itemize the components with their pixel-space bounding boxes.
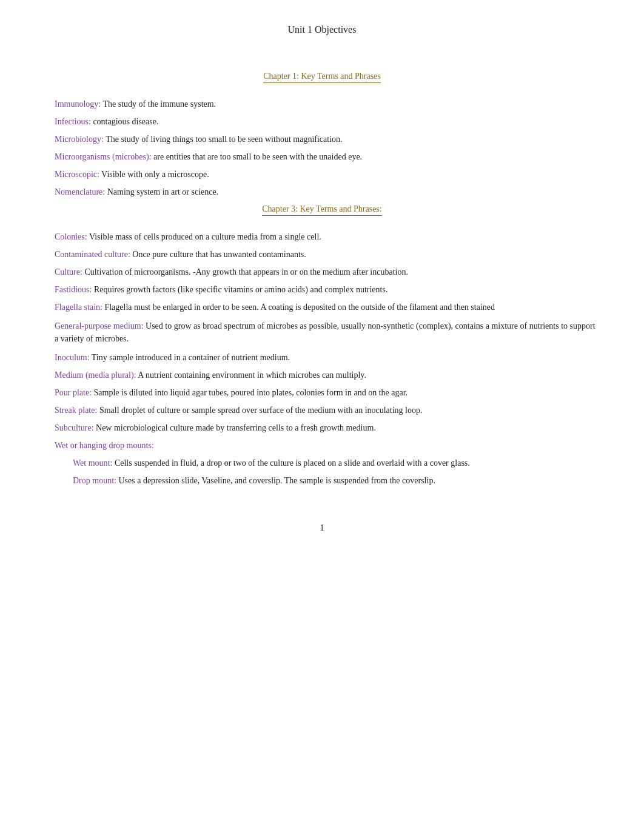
- term-microbiology: Microbiology: The study of living things…: [49, 133, 595, 146]
- term-label-streak-plate: Streak plate:: [55, 406, 97, 415]
- chapter3-terms: Colonies: Visible mass of cells produced…: [49, 230, 595, 487]
- term-microscopic: Microscopic: Visible with only a microsc…: [49, 168, 595, 181]
- term-immunology: Immunology: The study of the immune syst…: [49, 98, 595, 110]
- term-fastidious: Fastidious: Requires growth factors (lik…: [49, 283, 595, 296]
- term-label-fastidious: Fastidious:: [55, 285, 92, 294]
- term-subculture: Subculture: New microbiological culture …: [49, 421, 595, 434]
- term-label-subculture: Subculture:: [55, 423, 94, 432]
- chapter1-heading-text: Chapter 1: Key Terms and Phrases: [263, 72, 381, 83]
- term-def-wet-mount: Cells suspended in fluid, a drop or two …: [112, 458, 469, 468]
- term-label-microscopic: Microscopic:: [55, 170, 99, 179]
- term-drop-mount: Drop mount: Uses a depression slide, Vas…: [49, 474, 595, 487]
- term-medium: Medium (media plural): A nutrient contai…: [49, 369, 595, 381]
- term-infectious: Infectious: contagious disease.: [49, 115, 595, 128]
- term-culture: Culture: Cultivation of microorganisms. …: [49, 266, 595, 278]
- term-label-immunology: Immunology:: [55, 99, 101, 109]
- term-def-subculture: New microbiological culture made by tran…: [94, 423, 376, 432]
- term-def-colonies: Visible mass of cells produced on a cult…: [87, 232, 321, 241]
- term-label-drop-mount: Drop mount:: [73, 476, 116, 485]
- term-wet-mount: Wet mount: Cells suspended in fluid, a d…: [49, 457, 595, 469]
- term-label-colonies: Colonies:: [55, 232, 87, 241]
- term-microorganisms: Microorganisms (microbes): are entities …: [49, 150, 595, 163]
- term-nomenclature: Nomenclature: Naming system in art or sc…: [49, 186, 595, 198]
- term-def-immunology: The study of the immune system.: [101, 99, 216, 109]
- term-def-flagella: Flagella must be enlarged in order to be…: [102, 303, 495, 312]
- term-flagella-stain: Flagella stain: Flagella must be enlarge…: [49, 301, 595, 314]
- term-def-microorganisms: are entities that are too small to be se…: [152, 152, 363, 161]
- term-general-purpose: General-purpose medium: Used to grow as …: [49, 320, 595, 345]
- term-label-infectious: Infectious:: [55, 117, 91, 126]
- chapter1-terms: Immunology: The study of the immune syst…: [49, 98, 595, 198]
- term-label-microbiology: Microbiology:: [55, 135, 104, 144]
- term-def-infectious: contagious disease.: [91, 117, 159, 126]
- chapter3-heading: Chapter 3: Key Terms and Phrases:: [49, 204, 595, 216]
- term-def-inoculum: Tiny sample introduced in a container of…: [90, 353, 290, 362]
- chapter1-heading: Chapter 1: Key Terms and Phrases: [49, 72, 595, 83]
- term-def-drop-mount: Uses a depression slide, Vaseline, and c…: [116, 476, 435, 485]
- page-number: 1: [49, 523, 595, 533]
- term-label-pour-plate: Pour plate:: [55, 388, 92, 397]
- term-wet-hanging-parent: Wet or hanging drop mounts:: [49, 439, 595, 452]
- term-inoculum: Inoculum: Tiny sample introduced in a co…: [49, 351, 595, 364]
- term-label-nomenclature: Nomenclature:: [55, 187, 105, 196]
- term-pour-plate: Pour plate: Sample is diluted into liqui…: [49, 386, 595, 399]
- page-title: Unit 1 Objectives: [49, 24, 595, 35]
- term-label-inoculum: Inoculum:: [55, 353, 90, 362]
- term-label-medium: Medium (media plural):: [55, 371, 136, 380]
- term-label-flagella: Flagella stain:: [55, 303, 102, 312]
- term-label-wet-mount: Wet mount:: [73, 458, 112, 468]
- term-colonies: Colonies: Visible mass of cells produced…: [49, 230, 595, 243]
- term-streak-plate: Streak plate: Small droplet of culture o…: [49, 404, 595, 417]
- term-def-fastidious: Requires growth factors (like specific v…: [92, 285, 387, 294]
- term-def-microbiology: The study of living things too small to …: [104, 135, 343, 144]
- term-def-medium: A nutrient containing environment in whi…: [136, 371, 366, 380]
- term-def-pour-plate: Sample is diluted into liquid agar tubes…: [92, 388, 408, 397]
- term-label-contaminated: Contaminated culture:: [55, 250, 130, 259]
- term-label-microorganisms: Microorganisms (microbes):: [55, 152, 152, 161]
- term-def-streak-plate: Small droplet of culture or sample sprea…: [97, 406, 422, 415]
- term-def-nomenclature: Naming system in art or science.: [105, 187, 218, 196]
- term-def-microscopic: Visible with only a microscope.: [99, 170, 209, 179]
- term-label-wet-hanging: Wet or hanging drop mounts:: [55, 441, 154, 450]
- chapter3-heading-text: Chapter 3: Key Terms and Phrases:: [262, 204, 381, 216]
- term-def-contaminated: Once pure culture that has unwanted cont…: [130, 250, 306, 259]
- term-label-culture: Culture:: [55, 267, 82, 277]
- term-contaminated-culture: Contaminated culture: Once pure culture …: [49, 248, 595, 261]
- term-label-general: General-purpose medium:: [55, 321, 144, 330]
- term-def-culture: Cultivation of microorganisms. -Any grow…: [82, 267, 408, 277]
